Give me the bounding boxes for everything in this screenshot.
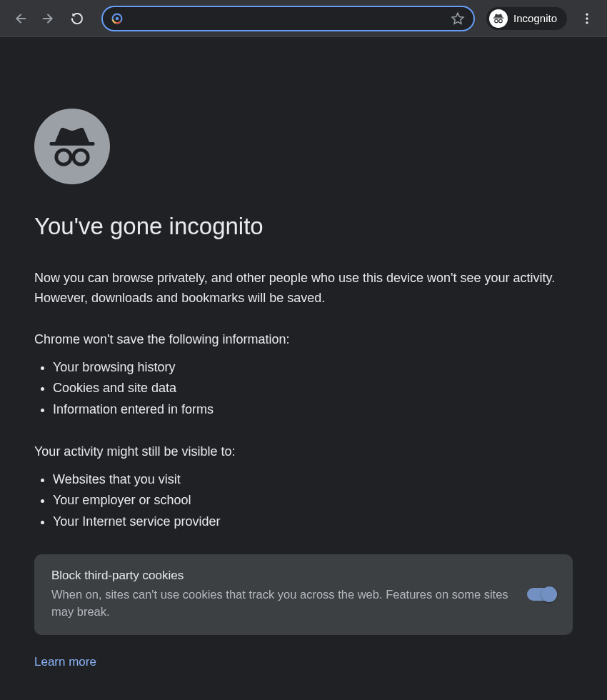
svg-point-9 [499,19,503,23]
cookie-card-desc: When on, sites can't use cookies that tr… [51,586,510,621]
cookie-toggle[interactable] [527,588,556,601]
wont-save-label: Chrome won't save the following informat… [34,330,573,350]
back-button[interactable] [7,6,33,31]
svg-point-8 [495,19,498,23]
visible-list: Websites that you visit Your employer or… [34,469,573,533]
address-bar[interactable] [101,6,475,31]
list-item: Websites that you visit [53,469,573,491]
cookie-card-title: Block third-party cookies [51,569,510,583]
svg-point-5 [116,16,119,20]
incognito-indicator[interactable]: Incognito [486,7,567,30]
search-engine-icon [110,11,124,26]
cookie-card: Block third-party cookies When on, sites… [34,554,573,636]
incognito-chip-icon [489,9,508,28]
incognito-hero-icon [34,109,110,184]
page-content: You've gone incognito Now you can browse… [0,37,607,698]
browser-menu-button[interactable] [574,6,600,31]
svg-point-10 [586,13,588,15]
reload-icon [70,11,84,26]
incognito-icon [46,121,98,172]
star-icon [451,11,465,26]
intro-text: Now you can browse privately, and other … [34,269,573,309]
reload-button[interactable] [64,6,90,31]
svg-marker-6 [452,13,463,24]
svg-rect-7 [493,17,504,18]
list-item: Your Internet service provider [53,511,573,533]
svg-rect-13 [50,142,95,146]
svg-point-11 [586,17,588,19]
svg-point-14 [56,150,71,164]
incognito-icon [492,12,505,25]
visible-label: Your activity might still be visible to: [34,442,573,462]
list-item: Information entered in forms [53,399,573,421]
browser-toolbar: Incognito [0,0,607,37]
arrow-left-icon [12,11,28,26]
learn-more-link[interactable]: Learn more [34,655,573,669]
list-item: Your employer or school [53,490,573,511]
arrow-right-icon [41,11,56,26]
bookmark-button[interactable] [448,9,468,29]
wont-save-list: Your browsing history Cookies and site d… [34,357,573,421]
list-item: Your browsing history [53,357,573,379]
incognito-label: Incognito [513,12,557,24]
svg-point-15 [74,150,88,164]
list-item: Cookies and site data [53,378,573,399]
forward-button[interactable] [36,6,61,31]
more-vert-icon [580,11,594,26]
page-title: You've gone incognito [34,213,573,240]
url-input[interactable] [130,12,448,24]
svg-point-12 [586,21,588,24]
